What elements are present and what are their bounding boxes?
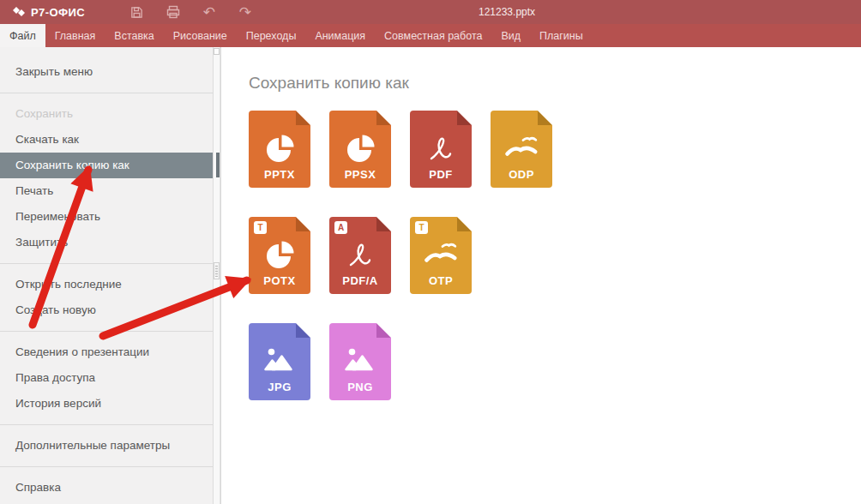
app-logo: Р7-ОФИС <box>12 5 85 19</box>
menu-group: Закрыть меню <box>0 47 214 93</box>
r7-diamond-icon <box>12 5 26 19</box>
format-label: PPSX <box>329 168 391 181</box>
scrollbar-thumb[interactable] <box>214 262 220 279</box>
folded-corner <box>376 323 391 338</box>
format-label: PNG <box>329 381 391 393</box>
scrollbar-highlight-notch <box>216 153 220 177</box>
format-row-2: T POTX A PDF/A T OTP <box>249 217 861 294</box>
panel-heading: Сохранить копию как <box>249 74 861 93</box>
format-label: ODP <box>491 168 552 181</box>
pie-chart-icon <box>262 131 297 165</box>
redo-button[interactable]: ↷ <box>238 4 253 20</box>
menu-item-print[interactable]: Печать <box>0 178 214 204</box>
template-badge: T <box>415 221 428 234</box>
tab-file[interactable]: Файл <box>0 24 45 47</box>
format-tile-odp[interactable]: ODP <box>491 111 552 188</box>
format-tile-otp[interactable]: T OTP <box>410 217 472 294</box>
file-menu-sidebar: Закрыть меню Сохранить Скачать как Сохра… <box>0 47 221 504</box>
format-label: PPTX <box>249 168 310 181</box>
folded-corner <box>457 217 472 231</box>
floppy-icon <box>129 5 144 20</box>
menu-item-protect[interactable]: Защитить <box>0 230 214 255</box>
tab-transitions[interactable]: Переходы <box>237 24 306 47</box>
archive-badge: A <box>334 221 347 234</box>
menu-group: Сохранить Скачать как Сохранить копию ка… <box>0 93 214 263</box>
menu-item-presentation-info[interactable]: Сведения о презентации <box>0 339 214 365</box>
menu-item-save: Сохранить <box>0 101 214 127</box>
printer-icon <box>166 4 181 20</box>
save-copy-panel: Сохранить копию как PPTX PPSX PDF ODP <box>221 47 861 504</box>
redo-arrow-icon: ↷ <box>239 4 251 20</box>
seagulls-icon <box>424 237 458 272</box>
undo-button[interactable]: ↶ <box>202 4 217 20</box>
menu-group: Справка <box>0 466 214 504</box>
menu-item-download-as[interactable]: Скачать как <box>0 127 214 153</box>
folded-corner <box>538 111 552 125</box>
format-tile-pptx[interactable]: PPTX <box>249 111 310 188</box>
scrollbar-top-cap <box>214 48 220 55</box>
folded-corner <box>376 111 391 125</box>
quick-actions: ↶ ↷ <box>129 4 253 20</box>
template-badge: T <box>254 221 267 234</box>
format-tile-pdf[interactable]: PDF <box>410 111 472 188</box>
format-label: OTP <box>410 274 472 287</box>
top-bar: Р7-ОФИС ↶ ↷ 121233.pptx <box>0 0 861 24</box>
menu-item-rename[interactable]: Переименовать <box>0 204 214 230</box>
adobe-pdf-icon <box>343 237 377 272</box>
menu-item-create-new[interactable]: Создать новую <box>0 297 214 323</box>
seagulls-icon <box>504 131 539 165</box>
document-title: 121233.pptx <box>479 0 535 24</box>
menu-group: Сведения о презентации Права доступа Ист… <box>0 331 214 424</box>
menu-item-close-menu[interactable]: Закрыть меню <box>0 59 214 85</box>
menu-group: Дополнительные параметры <box>0 424 214 466</box>
adobe-pdf-icon <box>424 131 458 165</box>
format-tile-ppsx[interactable]: PPSX <box>329 111 391 188</box>
format-tile-potx[interactable]: T POTX <box>249 217 310 294</box>
image-icon <box>262 344 297 378</box>
folded-corner <box>296 217 310 231</box>
pie-chart-icon <box>262 237 297 272</box>
format-row-1: PPTX PPSX PDF ODP <box>249 111 861 188</box>
format-tile-jpg[interactable]: JPG <box>249 323 310 400</box>
file-menu-layout: Закрыть меню Сохранить Скачать как Сохра… <box>0 47 861 504</box>
format-tile-png[interactable]: PNG <box>329 323 391 400</box>
tab-collaboration[interactable]: Совместная работа <box>375 24 491 47</box>
menu-item-help[interactable]: Справка <box>0 475 214 501</box>
tab-home[interactable]: Главная <box>45 24 105 47</box>
format-label: PDF/A <box>329 274 391 287</box>
pie-chart-icon <box>343 131 377 165</box>
print-button[interactable] <box>166 4 181 20</box>
tab-plugins[interactable]: Плагины <box>530 24 593 47</box>
tab-insert[interactable]: Вставка <box>105 24 163 47</box>
folded-corner <box>457 111 472 125</box>
save-button[interactable] <box>129 4 145 20</box>
image-icon <box>343 344 377 378</box>
menu-item-version-history[interactable]: История версий <box>0 391 214 417</box>
format-label: POTX <box>249 274 310 287</box>
folded-corner <box>376 217 391 231</box>
tab-animation[interactable]: Анимация <box>305 24 375 47</box>
menu-item-advanced-settings[interactable]: Дополнительные параметры <box>0 433 214 459</box>
format-tile-pdfa[interactable]: A PDF/A <box>329 217 391 294</box>
file-menu-list: Закрыть меню Сохранить Скачать как Сохра… <box>0 47 214 504</box>
folded-corner <box>296 323 310 338</box>
app-logo-text: Р7-ОФИС <box>31 6 85 19</box>
undo-arrow-icon: ↶ <box>203 4 215 20</box>
ribbon-tab-bar: Файл Главная Вставка Рисование Переходы … <box>0 24 861 47</box>
menu-item-save-copy-as[interactable]: Сохранить копию как <box>0 153 214 178</box>
folded-corner <box>296 111 310 125</box>
format-label: PDF <box>410 168 472 181</box>
menu-item-open-recent[interactable]: Открыть последние <box>0 272 214 297</box>
menu-group: Открыть последние Создать новую <box>0 263 214 331</box>
tab-draw[interactable]: Рисование <box>164 24 237 47</box>
format-label: JPG <box>249 381 310 393</box>
sidebar-scrollbar[interactable] <box>213 47 220 504</box>
tab-view[interactable]: Вид <box>491 24 530 47</box>
menu-item-access-rights[interactable]: Права доступа <box>0 365 214 391</box>
format-row-3: JPG PNG <box>249 323 861 400</box>
